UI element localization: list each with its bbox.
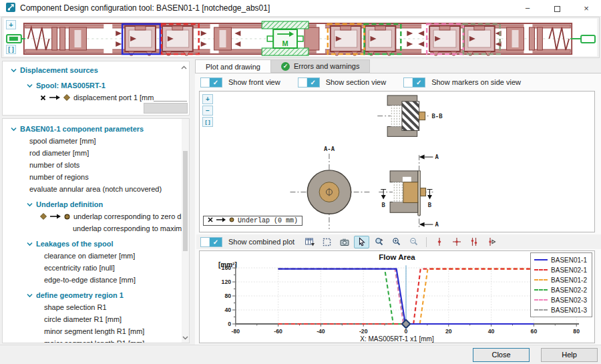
toggle-show-markers-side-view[interactable]: ✓ Show markers on side view [403,77,521,87]
legend-line-sample [534,299,548,301]
zoom-selection-icon[interactable] [371,236,387,248]
arrow-right-icon [50,214,61,219]
tree-node-spool[interactable]: Spool: MAS005RT-1 [3,79,189,92]
strip-zoom-fit-button[interactable]: [ ] [6,45,16,54]
zoom-out-icon[interactable] [406,236,421,248]
pointer-tool-icon[interactable] [354,236,369,248]
tree-section-underlap[interactable]: Underlap definition [3,198,189,210]
arrow-right-icon [49,95,60,100]
svg-text:B: B [382,202,386,208]
chevron-down-icon[interactable] [27,293,33,298]
chevron-down-icon[interactable] [27,202,33,207]
legend-item: BASEN02-2 [534,285,587,295]
displacement-port-input[interactable] [154,92,187,102]
svg-text:A: A [435,154,439,160]
port-value-slider[interactable] [144,103,188,114]
parameter-panel: Displacement sources Spool: MAS005RT-1 d… [0,59,193,345]
scroll-down-icon[interactable] [182,333,188,341]
svg-text:160: 160 [222,264,232,271]
chevron-down-icon[interactable] [27,242,33,246]
window-title: Component Design configuration tool: BAS… [20,3,270,13]
plot-settings-icon[interactable] [302,236,317,248]
tree-item-label: number of regions [29,173,89,181]
snapshot-icon[interactable] [337,236,352,248]
section-label-aa: A-A [324,146,335,152]
flow-area-chart: Flow Area [mm²] -80-60-40-20020406080040… [199,250,595,343]
toggle-switch[interactable]: ✓ [298,77,320,87]
svg-text:-20: -20 [359,328,368,335]
legend-item: BASEN01-1 [534,255,587,264]
tree-item[interactable]: shape selection R1 [3,301,189,313]
legend-line-sample [534,269,548,270]
minimize-button[interactable]: − [523,3,532,13]
tree-section-leakages[interactable]: Leakages of the spool [3,238,189,250]
check-icon: ✓ [210,238,222,246]
tree-item[interactable]: number of slots [3,159,189,171]
close-button[interactable]: Close [473,348,530,362]
tree-item-label: shape selection R1 [44,303,107,311]
legend-item: BASEN01-2 [534,275,587,285]
drawing-zoom-out-button[interactable]: − [202,106,213,116]
scrollbar-thumb[interactable] [183,151,188,251]
drawing-zoom-fit-button[interactable]: [ ] [202,117,213,127]
tab-bar: Plot and drawing ✓ Errors and warnings [195,59,601,73]
motor-label: M [282,39,288,47]
tree-scrollbar[interactable] [182,119,189,343]
chevron-down-icon[interactable] [27,83,33,88]
svg-text:-80: -80 [232,328,240,335]
scroll-up-icon[interactable] [181,63,187,71]
legend-line-sample [534,259,548,260]
legend-line-sample [534,279,548,281]
marker-play-icon[interactable] [483,236,499,248]
marker-single-icon[interactable] [431,236,447,248]
maximize-button[interactable] [552,3,562,13]
plot-tab-content: ✓ Show front view ✓ Show section view ✓ … [195,73,601,345]
tree-item-label: edge-to-edge distance [mm] [44,276,136,284]
spool-title: Spool: MAS005RT-1 [36,81,106,89]
toggle-switch[interactable]: ✓ [403,77,425,87]
tree-section-geometry[interactable]: define geometry region 1 [3,289,189,301]
marker-double-icon[interactable] [466,236,481,248]
tree-item[interactable]: eccentricity ratio [null] [3,262,189,274]
svg-text:80: 80 [224,293,231,299]
arrow-right-icon [216,217,226,224]
toggle-switch[interactable]: ✓ [200,77,222,87]
check-circle-icon: ✓ [281,62,290,71]
chart-legend: BASEN01-1 BASEN02-1 BASEN01-2 BASEN02-2 … [530,252,592,317]
dimension-marker-b-right: B [427,190,433,209]
selection-box-icon[interactable] [319,236,335,248]
section-title: Displacement sources [20,66,98,74]
zoom-in-icon[interactable] [389,236,404,248]
toggle-switch[interactable]: ✓ [200,237,222,247]
tab-errors-and-warnings[interactable]: ✓ Errors and warnings [271,59,370,73]
marker-cross-icon[interactable] [449,236,464,248]
tree-item-underlap-zero[interactable]: underlap corresponding to zero displace [3,210,189,222]
drawing-zoom-in-button[interactable]: + [202,94,213,104]
view-toggles-row: ✓ Show front view ✓ Show section view ✓ … [200,75,521,89]
tree-item[interactable]: circle diameter R1 [mm] [3,313,189,325]
tree-item[interactable]: minor segment length R1 [mm] [3,325,189,337]
section-title: BASEN01-1 component parameters [20,125,144,133]
tree-item-underlap-max[interactable]: underlap corresponding to maximum are [3,222,189,234]
help-button[interactable]: Help [541,348,598,362]
tree-item[interactable]: spool diameter [mm] [3,135,189,147]
tree-item[interactable]: clearance on diameter [mm] [3,250,189,262]
toggle-show-front-view[interactable]: ✓ Show front view [200,77,280,87]
toggle-show-section-view[interactable]: ✓ Show section view [298,77,387,87]
tree-item[interactable]: edge-to-edge distance [mm] [3,274,189,286]
chevron-down-icon[interactable] [11,127,17,132]
strip-zoom-in-button[interactable]: + [6,20,16,29]
tab-plot-and-drawing[interactable]: Plot and drawing [195,59,271,73]
svg-text:-40: -40 [317,328,325,335]
tree-item[interactable]: rod diameter [mm] [3,147,189,159]
tree-item[interactable]: evaluate annular area (notch uncovered) [3,183,189,195]
close-window-button[interactable]: × [582,3,591,13]
chevron-down-icon[interactable] [11,68,17,73]
svg-text:40: 40 [224,307,231,313]
toggle-show-combined-plot[interactable]: ✓ Show combined plot [200,237,294,247]
tree-section-parameters[interactable]: BASEN01-1 component parameters [3,123,189,135]
legend-item: BASEN02-3 [534,295,587,305]
tree-item[interactable]: major segment length R1 [mm] [3,337,189,343]
tree-section-displacement[interactable]: Displacement sources [3,64,189,76]
tree-item[interactable]: number of regions [3,171,189,183]
